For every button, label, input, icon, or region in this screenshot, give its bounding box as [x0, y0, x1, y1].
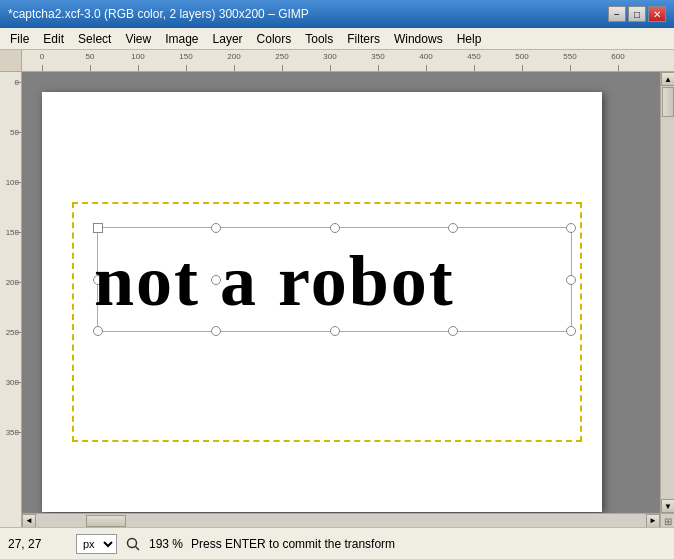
canvas-scroll-area[interactable]: not a robot [22, 72, 660, 513]
menu-windows[interactable]: Windows [388, 30, 449, 48]
transform-handle-tm[interactable] [330, 223, 340, 233]
minimize-button[interactable]: − [608, 6, 626, 22]
h-tick-350: 350 [371, 50, 384, 61]
status-bar: 27, 27 px in cm 193 % Press ENTER to com… [0, 527, 674, 559]
title-bar: *captcha2.xcf-3.0 (RGB color, 2 layers) … [0, 0, 674, 28]
top-ruler-row: 0 50 100 150 200 250 300 350 400 450 [22, 50, 674, 72]
h-tick-450: 450 [467, 50, 480, 61]
transform-handle-t1[interactable] [211, 223, 221, 233]
scroll-down-button[interactable]: ▼ [661, 499, 674, 513]
menu-view[interactable]: View [119, 30, 157, 48]
h-tick-50: 50 [86, 50, 95, 61]
vertical-ruler: 0 50 100 150 200 250 300 350 [0, 72, 21, 527]
transform-handle-b1[interactable] [211, 326, 221, 336]
menu-edit[interactable]: Edit [37, 30, 70, 48]
main-container: 0 50 100 150 200 250 300 350 0 50 [0, 50, 674, 527]
h-tick-0: 0 [40, 50, 44, 61]
h-tick-100: 100 [131, 50, 144, 61]
h-tick-600: 600 [611, 50, 624, 61]
h-tick-500: 500 [515, 50, 528, 61]
menu-select[interactable]: Select [72, 30, 117, 48]
unit-selector[interactable]: px in cm [76, 534, 117, 554]
coordinates-display: 27, 27 [8, 537, 68, 551]
h-tick-550: 550 [563, 50, 576, 61]
scroll-left-button[interactable]: ◄ [22, 514, 36, 528]
vertical-scroll-thumb[interactable] [662, 87, 674, 117]
transform-handle-b2[interactable] [448, 326, 458, 336]
h-tick-150: 150 [179, 50, 192, 61]
window-controls: − □ ✕ [608, 6, 666, 22]
transform-handle-br[interactable] [566, 326, 576, 336]
menu-image[interactable]: Image [159, 30, 204, 48]
corner-icon: ⊞ [661, 514, 674, 527]
menu-layer[interactable]: Layer [207, 30, 249, 48]
corner-resize: ⊞ [660, 513, 674, 527]
zoom-icon [125, 536, 141, 552]
horizontal-ruler: 0 50 100 150 200 250 300 350 400 450 [22, 50, 674, 72]
horizontal-scroll-thumb[interactable] [86, 515, 126, 527]
horizontal-scroll-track[interactable] [36, 514, 646, 528]
menu-file[interactable]: File [4, 30, 35, 48]
menu-bar: File Edit Select View Image Layer Colors… [0, 28, 674, 50]
left-ruler: 0 50 100 150 200 250 300 350 [0, 50, 22, 527]
menu-colors[interactable]: Colors [251, 30, 298, 48]
transform-handle-bl[interactable] [93, 326, 103, 336]
h-tick-400: 400 [419, 50, 432, 61]
ruler-corner [0, 50, 22, 72]
close-button[interactable]: ✕ [648, 6, 666, 22]
svg-line-1 [136, 546, 140, 550]
scroll-up-button[interactable]: ▲ [661, 72, 674, 86]
document-canvas: not a robot [42, 92, 602, 512]
transform-handle-t2[interactable] [448, 223, 458, 233]
canvas-text-content: not a robot [94, 240, 455, 323]
status-message: Press ENTER to commit the transform [191, 537, 666, 551]
menu-help[interactable]: Help [451, 30, 488, 48]
zoom-level: 193 % [149, 537, 183, 551]
transform-handle-tr[interactable] [566, 223, 576, 233]
window-title: *captcha2.xcf-3.0 (RGB color, 2 layers) … [8, 7, 309, 21]
transform-handle-bm[interactable] [330, 326, 340, 336]
menu-tools[interactable]: Tools [299, 30, 339, 48]
scroll-right-button[interactable]: ► [646, 514, 660, 528]
svg-point-0 [128, 538, 137, 547]
transform-handle-tl[interactable] [93, 223, 103, 233]
vertical-scrollbar[interactable]: ▲ ▼ [660, 72, 674, 513]
menu-filters[interactable]: Filters [341, 30, 386, 48]
transform-handle-mr[interactable] [566, 275, 576, 285]
h-tick-300: 300 [323, 50, 336, 61]
maximize-button[interactable]: □ [628, 6, 646, 22]
horizontal-scrollbar[interactable]: ◄ ► [22, 513, 660, 527]
h-tick-250: 250 [275, 50, 288, 61]
canvas-container[interactable]: 0 50 100 150 200 250 300 350 400 450 [22, 50, 674, 527]
h-tick-200: 200 [227, 50, 240, 61]
